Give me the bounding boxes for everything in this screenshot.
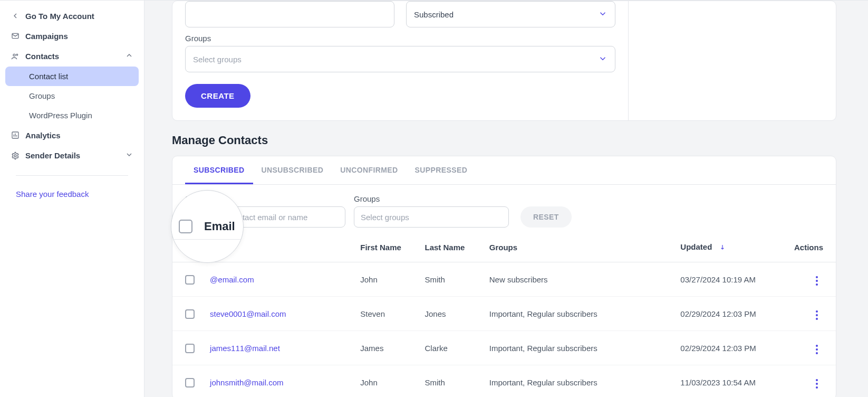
contact-email-link[interactable]: steve0001@mail.com [210, 309, 286, 318]
last-name-cell: Smith [419, 365, 483, 397]
chevron-up-icon [125, 51, 133, 61]
status-value: Subscribed [414, 10, 454, 19]
create-button[interactable]: CREATE [185, 84, 250, 108]
chevron-down-icon [598, 9, 607, 20]
contacts-table: Email First Name Last Name Groups Update… [172, 233, 836, 397]
tab-subscribed[interactable]: SUBSCRIBED [185, 156, 253, 184]
divider [16, 175, 128, 176]
groups-cell: Important, Regular subscribers [483, 365, 674, 397]
tab-label: UNCONFIRMED [340, 166, 398, 174]
tabs: SUBSCRIBED UNSUBSCRIBED UNCONFIRMED SUPP… [172, 156, 836, 185]
row-actions-menu[interactable] [814, 308, 820, 322]
arrow-left-icon [11, 11, 20, 21]
sidebar-sub-groups[interactable]: Groups [5, 86, 139, 106]
reset-button[interactable]: RESET [520, 206, 572, 228]
filter-groups-select[interactable]: Select groups [354, 206, 509, 228]
first-name-cell: John [354, 365, 418, 397]
row-checkbox[interactable] [185, 309, 195, 319]
first-name-cell: James [354, 331, 418, 365]
col-header-last-name[interactable]: Last Name [419, 233, 483, 262]
tab-label: UNSUBSCRIBED [262, 166, 324, 174]
reset-button-label: RESET [533, 213, 559, 221]
groups-select[interactable]: Select groups [185, 46, 615, 72]
go-to-account-link[interactable]: Go To My Account [5, 6, 139, 26]
svg-point-2 [16, 54, 18, 55]
groups-cell: Important, Regular subscribers [483, 331, 674, 365]
updated-cell: 11/03/2023 10:54 AM [674, 365, 787, 397]
sidebar-sub-contact-list[interactable]: Contact list [5, 67, 139, 86]
sidebar-item-contacts[interactable]: Contacts [5, 46, 139, 67]
contact-email-link[interactable]: james111@mail.net [210, 344, 280, 353]
groups-placeholder: Select groups [193, 55, 242, 64]
status-select[interactable]: Subscribed [406, 1, 615, 27]
row-checkbox[interactable] [185, 275, 195, 285]
last-name-cell: Smith [419, 262, 483, 297]
row-checkbox[interactable] [185, 378, 195, 387]
updated-cell: 02/29/2024 12:03 PM [674, 297, 787, 331]
last-name-cell: Jones [419, 297, 483, 331]
svg-point-4 [14, 155, 16, 157]
table-row: johnsmith@mail.comJohnSmithImportant, Re… [172, 365, 836, 397]
create-contact-card: Subscribed Groups Select groups [172, 1, 836, 121]
share-feedback-label: Share your feedback [16, 190, 89, 199]
create-button-label: CREATE [201, 91, 235, 100]
first-name-cell: Steven [354, 297, 418, 331]
mail-icon [11, 31, 20, 41]
updated-cell: 03/27/2024 10:19 AM [674, 262, 787, 297]
magnified-checkbox [179, 220, 192, 233]
main-content: Subscribed Groups Select groups [144, 1, 868, 397]
section-title: Manage Contacts [172, 134, 836, 147]
create-card-side-panel [628, 1, 836, 120]
row-checkbox[interactable] [185, 344, 195, 353]
groups-cell: Important, Regular subscribers [483, 297, 674, 331]
contact-email-link[interactable]: @email.com [210, 275, 254, 284]
col-header-updated[interactable]: Updated [674, 233, 787, 262]
go-to-account-label: Go To My Account [25, 12, 94, 21]
sidebar: Go To My Account Campaigns Contacts Cont… [0, 1, 144, 397]
filters: Search Groups Select groups RESET [172, 185, 836, 233]
filter-groups-placeholder: Select groups [361, 213, 409, 222]
sidebar-item-label: Contacts [25, 52, 59, 61]
sidebar-item-label: Sender Details [25, 151, 80, 160]
svg-point-1 [13, 54, 15, 56]
sidebar-item-campaigns[interactable]: Campaigns [5, 26, 139, 46]
sidebar-item-label: Analytics [25, 131, 61, 140]
table-row: james111@mail.netJamesClarkeImportant, R… [172, 331, 836, 365]
chart-icon [11, 130, 20, 140]
row-actions-menu[interactable] [814, 377, 820, 391]
col-header-first-name[interactable]: First Name [354, 233, 418, 262]
last-name-cell: Clarke [419, 331, 483, 365]
sidebar-sub-label: Contact list [29, 72, 68, 81]
tab-label: SUPPRESSED [415, 166, 468, 174]
magnified-text: Email [204, 220, 235, 233]
groups-cell: New subscribers [483, 262, 674, 297]
tab-unconfirmed[interactable]: UNCONFIRMED [332, 156, 406, 184]
chevron-down-icon [598, 54, 607, 65]
sidebar-sub-label: Groups [29, 91, 55, 100]
col-header-actions: Actions [787, 233, 836, 262]
updated-cell: 02/29/2024 12:03 PM [674, 331, 787, 365]
sidebar-sub-label: WordPress Plugin [29, 111, 92, 120]
col-header-groups[interactable]: Groups [483, 233, 674, 262]
tab-unsubscribed[interactable]: UNSUBSCRIBED [253, 156, 332, 184]
sidebar-item-label: Campaigns [25, 32, 68, 41]
table-row: steve0001@mail.comStevenJonesImportant, … [172, 297, 836, 331]
create-input-field[interactable] [185, 1, 394, 27]
sidebar-item-sender-details[interactable]: Sender Details [5, 145, 139, 166]
contacts-card: SUBSCRIBED UNSUBSCRIBED UNCONFIRMED SUPP… [172, 156, 836, 397]
filter-groups-label: Groups [354, 194, 509, 203]
table-row: @email.comJohnSmithNew subscribers03/27/… [172, 262, 836, 297]
tab-suppressed[interactable]: SUPPRESSED [407, 156, 476, 184]
table-header-row: Email First Name Last Name Groups Update… [172, 233, 836, 262]
chevron-down-icon [125, 150, 133, 160]
contacts-icon [11, 52, 20, 61]
row-actions-menu[interactable] [814, 343, 820, 356]
first-name-cell: John [354, 262, 418, 297]
sidebar-sub-wordpress-plugin[interactable]: WordPress Plugin [5, 106, 139, 125]
row-actions-menu[interactable] [814, 274, 820, 288]
magnifier-overlay: Email [171, 190, 244, 263]
sidebar-item-analytics[interactable]: Analytics [5, 125, 139, 145]
groups-field-label: Groups [185, 34, 615, 43]
share-feedback-link[interactable]: Share your feedback [5, 185, 139, 203]
contact-email-link[interactable]: johnsmith@mail.com [210, 378, 283, 387]
